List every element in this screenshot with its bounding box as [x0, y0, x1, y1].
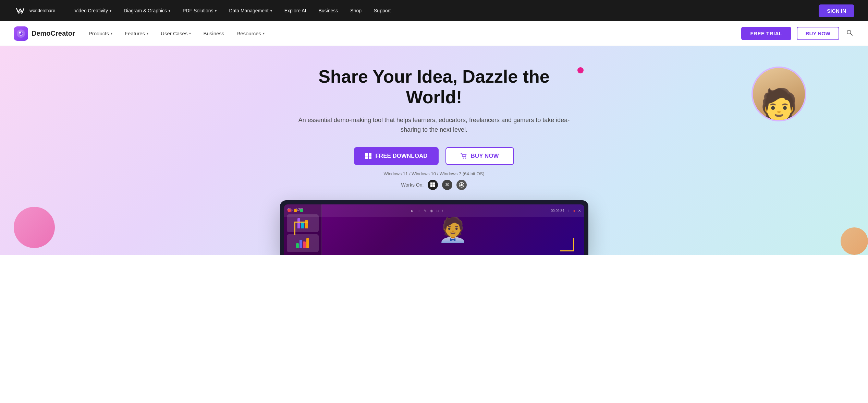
- svg-point-17: [461, 184, 463, 186]
- svg-rect-13: [433, 182, 436, 185]
- toolbar-close-dot: [288, 209, 291, 212]
- screen-preview: Clip (1/20): [280, 200, 588, 255]
- search-button[interactable]: [845, 28, 854, 39]
- sec-nav-user-cases[interactable]: User Cases ▾: [161, 31, 191, 36]
- cart-icon: [461, 153, 467, 159]
- chevron-down-icon: ▾: [111, 32, 112, 35]
- chevron-down-icon: ▾: [169, 9, 170, 13]
- brand-area[interactable]: DemoCreator: [14, 26, 75, 41]
- chrome-os-icon: [456, 180, 467, 190]
- screen-inner: Clip (1/20): [284, 204, 584, 255]
- sec-nav-features[interactable]: Features ▾: [125, 31, 148, 36]
- works-on-row: Works On: ⌘: [294, 180, 575, 190]
- secondary-nav-links: Products ▾ Features ▾ User Cases ▾ Busin…: [89, 31, 265, 36]
- svg-point-3: [19, 32, 21, 34]
- chevron-down-icon: ▾: [215, 9, 217, 13]
- os-info-text: Windows 11 / Windows 10 / Windows 7 (64-…: [294, 171, 575, 176]
- decorative-orange-circle: [841, 227, 868, 255]
- decorative-dot: [577, 67, 584, 73]
- chevron-down-icon: ▾: [189, 32, 191, 35]
- svg-rect-8: [365, 156, 368, 159]
- nav-item-pdf-solutions[interactable]: PDF Solutions ▾: [183, 8, 217, 13]
- chevron-down-icon: ▾: [110, 9, 111, 13]
- screen-main-content: 🧑‍💼: [322, 204, 584, 255]
- nav-item-video-creativity[interactable]: Video Creativity ▾: [74, 8, 111, 13]
- democreator-logo-icon: [14, 26, 28, 41]
- hero-content: Share Your Idea, Dazzle the World! An es…: [294, 67, 575, 200]
- svg-rect-14: [430, 185, 433, 188]
- svg-point-4: [847, 30, 851, 34]
- search-icon: [846, 29, 853, 36]
- sec-nav-business[interactable]: Business: [203, 31, 224, 36]
- top-nav-right: SIGN IN: [819, 4, 854, 17]
- screen-frame: Clip (1/20): [280, 200, 588, 255]
- wondershare-logo[interactable]: wondershare: [14, 4, 55, 17]
- hero-title: Share Your Idea, Dazzle the World!: [294, 67, 575, 108]
- toolbar-maximize-dot: [300, 209, 303, 212]
- sec-nav-resources[interactable]: Resources ▾: [236, 31, 265, 36]
- svg-rect-15: [433, 185, 436, 188]
- avatar-image: 🧑: [753, 68, 805, 120]
- svg-line-19: [463, 186, 464, 186]
- sign-in-button[interactable]: SIGN IN: [819, 4, 854, 17]
- chevron-down-icon: ▾: [263, 32, 265, 35]
- windows-os-icon: [428, 180, 438, 190]
- works-on-label: Works On:: [401, 182, 424, 188]
- chevron-down-icon: ▾: [270, 9, 272, 13]
- top-navigation: wondershare Video Creativity ▾ Diagram &…: [0, 0, 868, 21]
- svg-line-20: [460, 186, 461, 186]
- toolbar-minimize-dot: [294, 209, 297, 212]
- secondary-nav-right: FREE TRIAL BUY NOW: [741, 27, 854, 40]
- buy-now-hero-button[interactable]: BUY NOW: [445, 147, 514, 165]
- nav-item-data-management[interactable]: Data Management ▾: [229, 8, 272, 13]
- buy-now-button[interactable]: BUY NOW: [797, 27, 839, 40]
- nav-item-support[interactable]: Support: [374, 8, 391, 13]
- panel-card-2: [287, 234, 319, 252]
- svg-point-10: [463, 158, 464, 159]
- hero-section: 🧑 Share Your Idea, Dazzle the World! An …: [0, 46, 868, 255]
- hero-buttons: FREE DOWNLOAD BUY NOW: [294, 147, 575, 165]
- hero-subtitle: An essential demo-making tool that helps…: [294, 115, 575, 135]
- chevron-down-icon: ▾: [147, 32, 148, 35]
- decorative-pink-circle: [14, 207, 55, 248]
- nav-item-explore-ai[interactable]: Explore AI: [284, 8, 306, 13]
- free-download-button[interactable]: FREE DOWNLOAD: [354, 147, 438, 165]
- avatar-circle: 🧑: [751, 67, 806, 121]
- nav-item-business[interactable]: Business: [319, 8, 338, 13]
- recording-frame-corner-tl: [294, 222, 308, 235]
- nav-item-shop[interactable]: Shop: [350, 8, 362, 13]
- svg-rect-9: [369, 156, 371, 159]
- logo-text: wondershare: [29, 8, 55, 13]
- sec-nav-products[interactable]: Products ▾: [89, 31, 112, 36]
- free-trial-button[interactable]: FREE TRIAL: [741, 27, 791, 40]
- nav-item-diagram-graphics[interactable]: Diagram & Graphics ▾: [124, 8, 170, 13]
- svg-rect-12: [430, 182, 433, 185]
- svg-line-5: [851, 34, 852, 35]
- presenter-silhouette: 🧑‍💼: [438, 216, 468, 244]
- svg-rect-7: [369, 153, 371, 156]
- secondary-navigation: DemoCreator Products ▾ Features ▾ User C…: [0, 21, 868, 46]
- mac-os-icon: ⌘: [442, 180, 452, 190]
- windows-icon: [365, 153, 372, 159]
- svg-rect-6: [365, 153, 368, 156]
- brand-name-label: DemoCreator: [32, 29, 75, 37]
- svg-point-11: [465, 158, 466, 159]
